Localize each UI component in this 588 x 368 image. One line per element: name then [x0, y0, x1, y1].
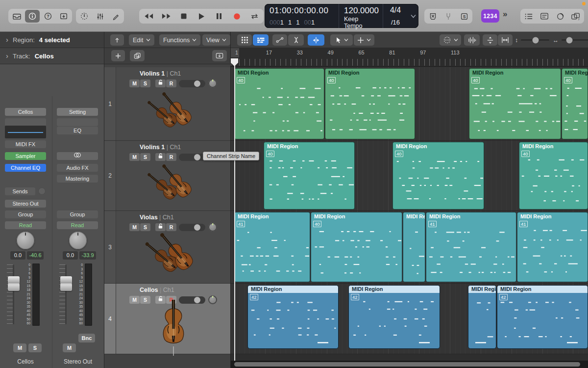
pencil-icon[interactable]: [108, 10, 123, 23]
midi-region[interactable]: MIDI Region40: [264, 142, 355, 210]
track-name[interactable]: Violas | Ch1: [140, 214, 174, 221]
midi-region[interactable]: MIDI Region41: [234, 212, 310, 282]
track-record-button[interactable]: R: [166, 79, 176, 87]
tuning-fork-icon[interactable]: [441, 10, 456, 23]
group-slot[interactable]: Group: [57, 210, 98, 218]
horizontal-fit-button[interactable]: [498, 34, 513, 46]
zoom-horizontal-slider-thumb[interactable]: [566, 37, 573, 43]
lcd-tempo-section[interactable]: 120.0000 Keep Tempo: [339, 4, 383, 28]
menu-view-button[interactable]: View: [202, 34, 230, 46]
zoom-vertical-slider[interactable]: ↕: [515, 34, 549, 46]
waveform-zoom-button[interactable]: [464, 34, 480, 46]
levels-icon[interactable]: [93, 10, 107, 23]
track-inspector-header[interactable]: › Track: Cellos: [0, 48, 104, 64]
midi-fx-slot[interactable]: MIDI FX: [5, 140, 46, 148]
lcd-smpte-time[interactable]: 01:00:00:00.00: [270, 6, 334, 16]
track-mute-button[interactable]: M: [129, 223, 140, 231]
event-list-icon[interactable]: [521, 10, 536, 23]
track-volume-slider[interactable]: [179, 224, 205, 231]
forward-icon[interactable]: [158, 10, 174, 23]
midi-region[interactable]: MIDI Region41: [426, 212, 516, 282]
menu-functions-button[interactable]: Functions: [159, 34, 200, 46]
empty-plugin-slot[interactable]: [57, 118, 98, 126]
midi-region[interactable]: MIDI Region42: [497, 285, 588, 349]
eq-display-thumbnail[interactable]: [5, 126, 46, 138]
crosshair-tool-button[interactable]: [354, 34, 374, 46]
solo-badge-icon[interactable]: S: [457, 10, 471, 23]
track-record-button[interactable]: R: [166, 223, 176, 231]
region-inspector-header[interactable]: › Region: 4 selected: [0, 32, 104, 48]
play-icon[interactable]: [193, 10, 210, 23]
snap-button[interactable]: [308, 34, 324, 46]
pause-icon[interactable]: [211, 10, 227, 23]
eq-slot[interactable]: EQ: [57, 127, 98, 134]
fader-cap[interactable]: [60, 276, 72, 291]
toolbar-overflow-chevrons[interactable]: »: [503, 9, 507, 19]
channel-fader-cellos[interactable]: 03691215182124303540455060: [3, 263, 48, 326]
pan-value[interactable]: 0.0: [63, 251, 78, 260]
pan-value[interactable]: 0.0: [10, 251, 25, 260]
duplicate-track-button[interactable]: [130, 50, 145, 61]
track-volume-slider[interactable]: [179, 80, 205, 87]
midi-region[interactable]: MIDI Region40: [234, 68, 324, 139]
lcd-bar-position[interactable]: 000111001: [270, 19, 334, 26]
output-button[interactable]: Stereo Out: [5, 200, 46, 208]
disclosure-chevron-icon[interactable]: ›: [6, 36, 8, 43]
pointer-tool-button[interactable]: [330, 34, 353, 46]
lcd-display[interactable]: 01:00:00:00.00 000111001 120.0000 Keep T…: [265, 4, 418, 28]
fader-cap[interactable]: [8, 276, 20, 291]
sampler-plugin-slot[interactable]: Sampler: [5, 152, 46, 160]
send-knob[interactable]: [38, 187, 46, 195]
track-solo-button[interactable]: S: [140, 223, 150, 231]
track-lock-button[interactable]: [155, 223, 166, 231]
disclosure-chevron-icon[interactable]: ›: [6, 52, 8, 59]
channel-fader-stereo-out[interactable]: 03691215182124303540455060: [55, 263, 100, 326]
pan-knob[interactable]: [69, 232, 87, 249]
output-strip-setting-button[interactable]: Setting: [57, 108, 98, 116]
bounce-button[interactable]: Bnc: [78, 334, 95, 342]
midi-region[interactable]: MIDI Region40: [519, 142, 588, 210]
regions-list-button[interactable]: [253, 34, 269, 46]
lcd-position-section[interactable]: 01:00:00:00.00 000111001: [265, 4, 339, 28]
tuner-icon[interactable]: [77, 10, 92, 23]
track-header-row[interactable]: 1Violins 1 | Ch1MSR: [104, 67, 230, 141]
track-name[interactable]: Violins 1 | Ch1: [140, 70, 181, 77]
track-header-row[interactable]: 3Violas | Ch1MSR: [104, 211, 230, 284]
track-lock-button[interactable]: [155, 79, 166, 87]
lcd-tempo-mode[interactable]: Keep Tempo: [344, 16, 378, 29]
automation-button[interactable]: [272, 34, 287, 46]
midi-region[interactable]: MIDI Region: [403, 212, 425, 282]
gain-reduction-meter[interactable]: [57, 152, 98, 160]
zoom-horizontal-slider[interactable]: ↔: [553, 34, 588, 46]
vertical-zoom-button[interactable]: [483, 34, 497, 46]
track-volume-knob[interactable]: [194, 154, 200, 160]
track-solo-button[interactable]: S: [140, 79, 150, 87]
inspector-info-icon[interactable]: [25, 10, 40, 23]
channel-strip-name-button[interactable]: Cellos: [5, 108, 46, 116]
automation-mode-button[interactable]: Read: [57, 221, 98, 229]
audio-fx-slot[interactable]: Audio FX: [57, 164, 98, 172]
sends-slot[interactable]: Sends: [5, 187, 35, 195]
volume-value[interactable]: -33.9: [79, 251, 96, 260]
midi-region[interactable]: MIDI Region40: [392, 142, 484, 210]
midi-region[interactable]: MIDI Region40: [325, 68, 415, 139]
midi-region[interactable]: MIDI Region: [468, 285, 496, 349]
lcd-time-signature[interactable]: 4/4: [388, 6, 403, 15]
lcd-chevron-down-icon[interactable]: [408, 4, 418, 28]
volume-value[interactable]: -40.6: [27, 251, 44, 260]
track-pan-knob[interactable]: [208, 223, 217, 232]
mastering-slot[interactable]: Mastering: [57, 175, 98, 183]
lcd-tempo[interactable]: 120.0000: [344, 6, 378, 16]
notes-icon[interactable]: [537, 10, 552, 23]
rewind-icon[interactable]: [140, 10, 157, 23]
catch-playhead-button[interactable]: [110, 34, 124, 46]
cycle-icon[interactable]: [246, 10, 263, 23]
track-name[interactable]: Cellos | Ch1: [140, 287, 174, 293]
record-icon[interactable]: [228, 10, 245, 23]
strip-mute-button[interactable]: M: [63, 343, 76, 352]
strip-solo-button[interactable]: S: [28, 343, 42, 352]
track-header-row[interactable]: 4Cellos | Ch1MSR: [104, 284, 230, 354]
quick-help-icon[interactable]: [56, 10, 71, 23]
midi-region[interactable]: MIDI Region42: [348, 285, 440, 349]
zoom-vertical-slider-thumb[interactable]: [533, 37, 539, 43]
